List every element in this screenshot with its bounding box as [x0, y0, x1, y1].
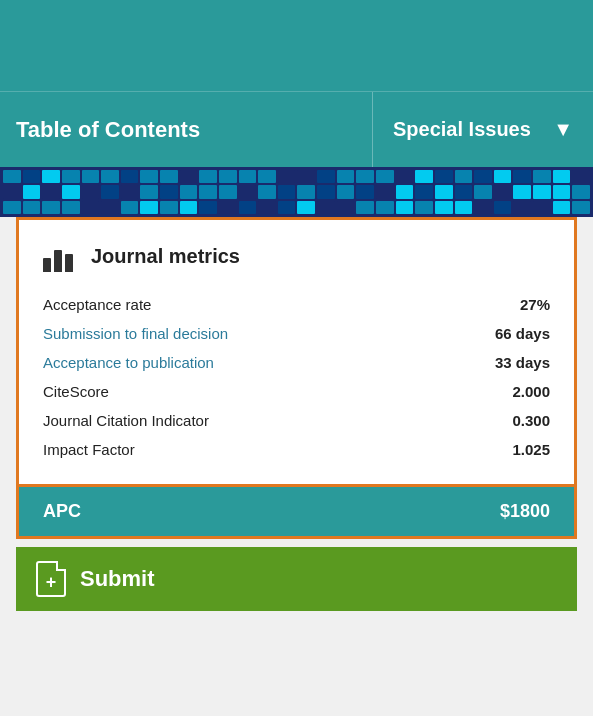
- pixel-cell: [258, 185, 276, 198]
- submit-document-icon: [36, 561, 66, 597]
- toc-label: Table of Contents: [16, 117, 200, 143]
- metrics-table: Acceptance rate27%Submission to final de…: [43, 290, 550, 464]
- pixel-cell: [356, 185, 374, 198]
- pixel-cell: [160, 185, 178, 198]
- pixel-cell: [513, 170, 531, 183]
- pixel-cell: [533, 185, 551, 198]
- pixel-cell: [455, 170, 473, 183]
- pixel-cell: [101, 185, 119, 198]
- pixel-cell: [396, 185, 414, 198]
- pixel-cell: [415, 201, 433, 214]
- metric-label: Submission to final decision: [43, 325, 228, 342]
- pixel-cell: [140, 201, 158, 214]
- pixel-cell: [278, 170, 296, 183]
- metrics-row: Journal Citation Indicator0.300: [43, 406, 550, 435]
- pixel-cell: [121, 201, 139, 214]
- pixel-cell: [160, 170, 178, 183]
- pixel-cell: [3, 170, 21, 183]
- pixel-cell: [317, 170, 335, 183]
- pixel-cell: [494, 170, 512, 183]
- metric-label: Acceptance to publication: [43, 354, 214, 371]
- pixel-cell: [297, 201, 315, 214]
- pixel-cell: [23, 201, 41, 214]
- pixel-cell: [42, 185, 60, 198]
- apc-value: $1800: [500, 501, 550, 522]
- metrics-row: Submission to final decision66 days: [43, 319, 550, 348]
- pixel-cell: [396, 201, 414, 214]
- chevron-down-icon: ▼: [553, 118, 573, 141]
- pixel-cell: [572, 201, 590, 214]
- metrics-row: CiteScore2.000: [43, 377, 550, 406]
- metric-label: Impact Factor: [43, 441, 135, 458]
- nav-toc[interactable]: Table of Contents: [0, 92, 373, 167]
- bar2: [54, 250, 62, 272]
- pixel-cell: [101, 201, 119, 214]
- pixel-cell: [356, 201, 374, 214]
- pixel-cell: [474, 201, 492, 214]
- pixel-cell: [140, 170, 158, 183]
- pixel-cell: [572, 170, 590, 183]
- pixel-cell: [572, 185, 590, 198]
- pixel-grid: [0, 167, 593, 217]
- pixel-cell: [239, 170, 257, 183]
- pixel-cell: [62, 170, 80, 183]
- pixel-cell: [199, 185, 217, 198]
- pixel-cell: [239, 185, 257, 198]
- pixel-cell: [297, 170, 315, 183]
- top-header-bar: [0, 0, 593, 91]
- pixel-cell: [435, 185, 453, 198]
- pixel-cell: [258, 201, 276, 214]
- submit-label: Submit: [80, 566, 155, 592]
- pixel-cell: [199, 170, 217, 183]
- pixel-cell: [180, 170, 198, 183]
- pixel-cell: [317, 201, 335, 214]
- metric-value: 0.300: [512, 412, 550, 429]
- pixel-cell: [513, 201, 531, 214]
- pixel-cell: [494, 201, 512, 214]
- pixel-cell: [160, 201, 178, 214]
- metric-label: CiteScore: [43, 383, 109, 400]
- pixel-cell: [42, 201, 60, 214]
- pixel-cell: [62, 185, 80, 198]
- pixel-cell: [337, 201, 355, 214]
- pixel-cell: [513, 185, 531, 198]
- metrics-card: Journal metrics Acceptance rate27%Submis…: [16, 217, 577, 487]
- pixel-cell: [376, 170, 394, 183]
- pixel-cell: [180, 201, 198, 214]
- pixel-cell: [297, 185, 315, 198]
- pixel-cell: [455, 201, 473, 214]
- metrics-row: Acceptance rate27%: [43, 290, 550, 319]
- pixel-cell: [494, 185, 512, 198]
- pixel-cell: [553, 170, 571, 183]
- nav-bar: Table of Contents Special Issues ▼: [0, 91, 593, 167]
- pixel-cell: [474, 170, 492, 183]
- pixel-cell: [258, 170, 276, 183]
- pixel-cell: [62, 201, 80, 214]
- pixel-cell: [180, 185, 198, 198]
- pixel-cell: [455, 185, 473, 198]
- pixel-cell: [199, 201, 217, 214]
- pixel-cell: [121, 185, 139, 198]
- submit-bar[interactable]: Submit: [16, 547, 577, 611]
- pixel-cell: [82, 185, 100, 198]
- pixel-cell: [376, 201, 394, 214]
- pixel-cell: [415, 185, 433, 198]
- pixel-cell: [474, 185, 492, 198]
- pixel-cell: [553, 185, 571, 198]
- pixel-cell: [317, 185, 335, 198]
- pixel-cell: [533, 170, 551, 183]
- nav-special-issues[interactable]: Special Issues ▼: [373, 92, 593, 167]
- pixel-cell: [3, 185, 21, 198]
- pixel-cell: [337, 170, 355, 183]
- metrics-title: Journal metrics: [91, 245, 240, 268]
- apc-bar: APC $1800: [16, 487, 577, 539]
- metrics-row: Impact Factor1.025: [43, 435, 550, 464]
- metric-value: 33 days: [495, 354, 550, 371]
- pixel-cell: [239, 201, 257, 214]
- pixel-cell: [356, 170, 374, 183]
- pixel-cell: [23, 170, 41, 183]
- pixel-cell: [396, 170, 414, 183]
- metric-value: 2.000: [512, 383, 550, 400]
- pixel-cell: [42, 170, 60, 183]
- metrics-header: Journal metrics: [43, 240, 550, 272]
